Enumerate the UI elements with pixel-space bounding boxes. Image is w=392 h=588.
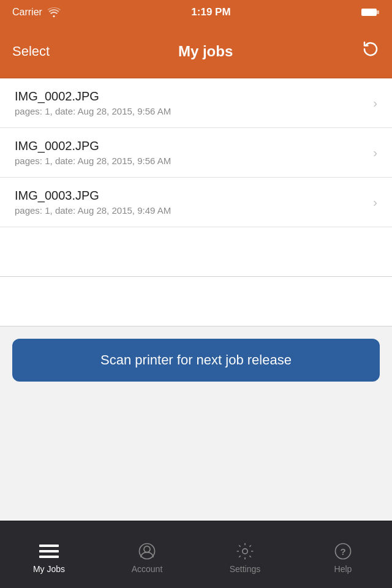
scan-button-area: Scan printer for next job release <box>0 326 392 394</box>
tab-bar: My Jobs Account Settings ? Help <box>0 521 392 588</box>
spacer-1 <box>0 227 392 276</box>
job-info: IMG_0002.JPG pages: 1, date: Aug 28, 201… <box>15 139 373 166</box>
svg-rect-3 <box>39 545 59 547</box>
svg-text:?: ? <box>340 546 345 556</box>
settings-icon <box>234 542 256 560</box>
job-meta: pages: 1, date: Aug 28, 2015, 9:49 AM <box>15 205 373 216</box>
status-time: 1:19 PM <box>191 6 230 18</box>
svg-rect-2 <box>377 10 379 14</box>
job-item[interactable]: IMG_0002.JPG pages: 1, date: Aug 28, 201… <box>0 128 392 178</box>
status-right <box>361 7 380 17</box>
wifi-icon <box>47 7 61 17</box>
job-name: IMG_0002.JPG <box>15 139 373 153</box>
select-button[interactable]: Select <box>12 43 50 59</box>
svg-point-7 <box>144 546 150 552</box>
job-name: IMG_0003.JPG <box>15 189 373 203</box>
status-left: Carrier <box>12 7 61 18</box>
status-bar: Carrier 1:19 PM <box>0 0 392 24</box>
tab-account[interactable]: Account <box>98 536 196 574</box>
tab-my-jobs[interactable]: My Jobs <box>0 536 98 574</box>
list-icon <box>38 542 60 560</box>
tab-my-jobs-label: My Jobs <box>33 564 65 574</box>
tab-settings[interactable]: Settings <box>196 536 294 574</box>
job-info: IMG_0002.JPG pages: 1, date: Aug 28, 201… <box>15 89 373 116</box>
page-title: My jobs <box>178 43 233 60</box>
chevron-right-icon: › <box>373 195 377 209</box>
tab-help-label: Help <box>334 564 352 574</box>
refresh-button[interactable] <box>361 40 380 62</box>
job-meta: pages: 1, date: Aug 28, 2015, 9:56 AM <box>15 156 373 166</box>
job-item[interactable]: IMG_0002.JPG pages: 1, date: Aug 28, 201… <box>0 78 392 128</box>
svg-rect-4 <box>39 550 59 552</box>
tab-settings-label: Settings <box>230 564 261 574</box>
account-icon <box>136 542 158 560</box>
job-name: IMG_0002.JPG <box>15 89 373 104</box>
svg-rect-5 <box>39 556 59 558</box>
scan-printer-button[interactable]: Scan printer for next job release <box>12 339 380 382</box>
job-meta: pages: 1, date: Aug 28, 2015, 9:56 AM <box>15 106 373 116</box>
chevron-right-icon: › <box>373 96 377 110</box>
battery-icon <box>361 7 380 17</box>
refresh-icon <box>361 40 380 58</box>
job-item[interactable]: IMG_0003.JPG pages: 1, date: Aug 28, 201… <box>0 178 392 227</box>
svg-rect-1 <box>362 9 374 15</box>
help-icon: ? <box>332 542 354 560</box>
tab-help[interactable]: ? Help <box>294 536 392 574</box>
svg-point-8 <box>243 548 247 553</box>
nav-bar: Select My jobs <box>0 24 392 78</box>
job-info: IMG_0003.JPG pages: 1, date: Aug 28, 201… <box>15 189 373 216</box>
main-content: IMG_0002.JPG pages: 1, date: Aug 28, 201… <box>0 78 392 588</box>
tab-account-label: Account <box>132 564 163 574</box>
job-list: IMG_0002.JPG pages: 1, date: Aug 28, 201… <box>0 78 392 227</box>
spacer-2 <box>0 277 392 326</box>
chevron-right-icon: › <box>373 146 377 160</box>
carrier-label: Carrier <box>12 7 42 18</box>
